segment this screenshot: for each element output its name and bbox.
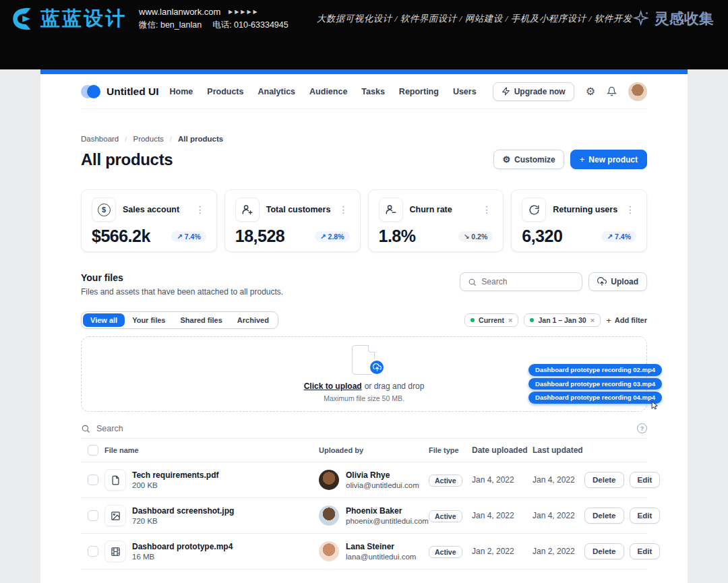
nav-item-home[interactable]: Home bbox=[170, 87, 193, 96]
table-row: Dashboard prototype.mp4 16 MB Lana Stein… bbox=[81, 534, 647, 570]
delete-button[interactable]: Delete bbox=[584, 472, 624, 488]
select-all-checkbox[interactable] bbox=[88, 445, 98, 456]
card-menu-icon[interactable]: ⋮ bbox=[194, 205, 206, 214]
search-field[interactable] bbox=[481, 277, 574, 286]
file-upload-icon bbox=[352, 345, 376, 375]
settings-gear-icon[interactable]: ⚙ bbox=[586, 86, 595, 97]
tab-your-files[interactable]: Your files bbox=[125, 313, 173, 327]
user-email: phoenix@untitledui.com bbox=[346, 517, 429, 525]
files-subtitle: Files and assets that have been attached… bbox=[81, 287, 283, 297]
gear-icon: ⚙ bbox=[502, 154, 510, 164]
customize-button[interactable]: ⚙ Customize bbox=[493, 150, 564, 169]
tab-shared-files[interactable]: Shared files bbox=[173, 313, 229, 327]
banner-arrows: ▶▶▶▶▶ bbox=[229, 9, 260, 15]
stat-value: 1.8% bbox=[379, 226, 416, 246]
dragged-file-chips: Dashboard prototype recording 02.mp4 Das… bbox=[528, 364, 662, 404]
upload-label: Upload bbox=[611, 277, 638, 286]
new-product-label: New product bbox=[588, 155, 638, 164]
breadcrumb-dashboard[interactable]: Dashboard bbox=[81, 135, 119, 143]
click-to-upload-link[interactable]: Click to upload bbox=[304, 381, 362, 391]
delete-button[interactable]: Delete bbox=[584, 543, 624, 559]
tab-view-all[interactable]: View all bbox=[83, 313, 125, 327]
tab-archived[interactable]: Archived bbox=[230, 313, 276, 327]
card-menu-icon[interactable]: ⋮ bbox=[338, 205, 350, 214]
card-menu-icon[interactable]: ⋮ bbox=[624, 205, 636, 214]
help-icon[interactable]: ? bbox=[637, 423, 647, 433]
untitled-ui-logo-icon bbox=[81, 85, 101, 98]
new-product-button[interactable]: + New product bbox=[570, 150, 647, 169]
nav-item-products[interactable]: Products bbox=[207, 87, 243, 96]
user-email: olivia@untitledui.com bbox=[346, 481, 419, 489]
close-icon[interactable]: × bbox=[590, 317, 595, 324]
file-chip-03[interactable]: Dashboard prototype recording 03.mp4 bbox=[528, 378, 662, 390]
file-chip-04[interactable]: Dashboard prototype recording 04.mp4 bbox=[528, 392, 662, 404]
upload-cloud-badge-icon bbox=[368, 359, 386, 376]
nav-item-reporting[interactable]: Reporting bbox=[399, 87, 439, 96]
row-checkbox[interactable] bbox=[88, 510, 98, 521]
nav-item-audience[interactable]: Audience bbox=[309, 87, 347, 96]
edit-button[interactable]: Edit bbox=[630, 543, 661, 559]
breadcrumb-separator: / bbox=[125, 135, 127, 143]
row-checkbox[interactable] bbox=[88, 546, 98, 557]
files-search-input[interactable] bbox=[460, 272, 582, 291]
date-updated: Jan 4, 2022 bbox=[533, 475, 584, 485]
trend-badge: ↘0.2% bbox=[458, 231, 493, 242]
date-uploaded: Jan 4, 2022 bbox=[472, 475, 533, 485]
user-name: Lana Steiner bbox=[346, 542, 416, 551]
bell-icon[interactable] bbox=[607, 86, 617, 96]
breadcrumb: Dashboard / Products / All products bbox=[81, 135, 647, 143]
stat-value: $566.2k bbox=[92, 226, 150, 246]
zap-icon bbox=[502, 87, 510, 96]
nav-item-users[interactable]: Users bbox=[453, 87, 477, 96]
upgrade-button[interactable]: Upgrade now bbox=[493, 82, 574, 101]
banner-website-link[interactable]: www.lanlanwork.com bbox=[139, 7, 220, 17]
edit-button[interactable]: Edit bbox=[630, 508, 661, 524]
breadcrumb-separator: / bbox=[170, 135, 172, 143]
promo-banner: 蓝蓝设计 www.lanlanwork.com ▶▶▶▶▶ 微信: ben_la… bbox=[0, 0, 728, 69]
upload-button[interactable]: Upload bbox=[588, 272, 647, 291]
table-search-bar[interactable]: ? bbox=[81, 419, 647, 439]
delete-button[interactable]: Delete bbox=[584, 508, 624, 524]
table-row: Tech requirements.pdf 200 KB Olivia Rhye… bbox=[81, 462, 647, 498]
edit-button[interactable]: Edit bbox=[630, 472, 661, 488]
nav-item-tasks[interactable]: Tasks bbox=[361, 87, 385, 96]
dollar-circle-icon: $ bbox=[92, 197, 116, 222]
upload-cloud-icon bbox=[597, 277, 607, 286]
inspiration-collect-link[interactable]: 灵感收集 bbox=[632, 9, 714, 29]
row-checkbox[interactable] bbox=[88, 474, 98, 485]
close-icon[interactable]: × bbox=[508, 317, 512, 324]
files-title: Your files bbox=[81, 272, 283, 283]
brand-logo[interactable]: Untitled UI bbox=[81, 85, 159, 98]
collect-label: 灵感收集 bbox=[655, 9, 714, 29]
card-menu-icon[interactable]: ⋮ bbox=[481, 205, 493, 214]
stat-value: 6,320 bbox=[522, 226, 562, 246]
file-name: Dashboard prototype.mp4 bbox=[132, 542, 319, 551]
user-name: Phoenix Baker bbox=[346, 506, 429, 516]
table-header: File name Uploaded by File type Date upl… bbox=[81, 439, 647, 462]
file-name: Dashboard screenshot.jpg bbox=[132, 506, 319, 516]
user-email: lana@untitledui.com bbox=[346, 553, 416, 561]
trend-badge: ↗7.4% bbox=[171, 231, 206, 242]
breadcrumb-products[interactable]: Products bbox=[133, 135, 163, 143]
avatar bbox=[319, 505, 339, 526]
dashboard-window: Untitled UI Home Products Analytics Audi… bbox=[40, 69, 688, 583]
column-last-updated: Last updated bbox=[533, 446, 584, 455]
cursor-icon bbox=[650, 400, 660, 413]
add-filter-button[interactable]: + Add filter bbox=[606, 315, 647, 326]
filter-chip-date-range[interactable]: Jan 1 – Jan 30 × bbox=[524, 313, 601, 327]
max-file-size-note: Maximum file size 50 MB. bbox=[324, 394, 404, 402]
upload-dropzone[interactable]: Click to uploador drag and drop Maximum … bbox=[81, 336, 647, 412]
plus-icon: + bbox=[580, 154, 585, 164]
file-name: Tech requirements.pdf bbox=[132, 470, 319, 480]
file-chip-02[interactable]: Dashboard prototype recording 02.mp4 bbox=[528, 364, 662, 376]
lanlan-logo-text: 蓝蓝设计 bbox=[40, 5, 127, 32]
stat-card-total-customers: Total customers ⋮ 18,528 ↗2.8% bbox=[224, 189, 361, 252]
status-badge: Active bbox=[429, 510, 462, 522]
table-search-field[interactable] bbox=[96, 424, 631, 433]
user-avatar[interactable] bbox=[628, 82, 647, 101]
files-section-header: Your files Files and assets that have be… bbox=[81, 272, 647, 297]
filter-chip-current[interactable]: Current × bbox=[464, 313, 518, 327]
banner-wechat: 微信: ben_lanlan bbox=[139, 19, 202, 31]
nav-item-analytics[interactable]: Analytics bbox=[257, 87, 295, 96]
filter-chips: Current × Jan 1 – Jan 30 × + Add filter bbox=[464, 313, 647, 327]
